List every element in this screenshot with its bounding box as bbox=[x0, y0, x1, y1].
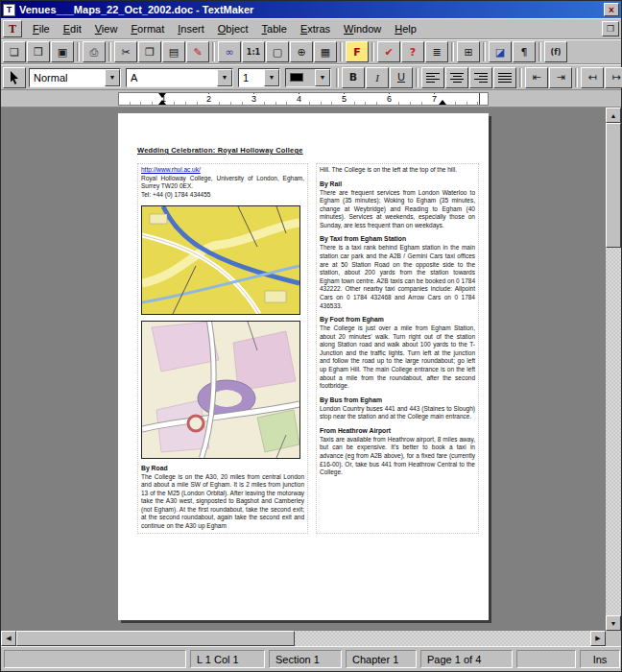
heathrow-heading: From Heathrow Airport bbox=[320, 427, 475, 434]
ruler-number: 2 bbox=[205, 94, 212, 105]
chevron-down-icon[interactable]: ▼ bbox=[105, 69, 120, 86]
menu-object[interactable]: Object bbox=[211, 20, 255, 37]
menu-help[interactable]: Help bbox=[388, 20, 423, 37]
chevron-down-icon[interactable]: ▼ bbox=[264, 69, 279, 86]
font-size-select[interactable]: 1 ▼ bbox=[238, 68, 280, 87]
window-title: Venues___Maps_22_Oct_2002.doc - TextMake… bbox=[19, 4, 600, 15]
spell-check-button[interactable]: ✔ bbox=[377, 41, 400, 62]
toolbar-separator bbox=[371, 42, 374, 61]
scroll-right-arrow[interactable]: ▶ bbox=[590, 631, 606, 646]
status-cursor-position: L 1 Col 1 bbox=[190, 650, 265, 668]
menu-insert[interactable]: Insert bbox=[171, 20, 211, 37]
menu-table[interactable]: Table bbox=[255, 20, 294, 37]
save-button[interactable]: ▣ bbox=[51, 41, 74, 62]
chevron-down-icon[interactable]: ▼ bbox=[217, 69, 232, 86]
italic-button[interactable]: I bbox=[366, 67, 389, 88]
status-chapter: Chapter 1 bbox=[346, 650, 417, 668]
status-bar: L 1 Col 1 Section 1 Chapter 1 Page 1 of … bbox=[1, 646, 621, 671]
underline-button[interactable]: U bbox=[390, 67, 413, 88]
ruler-number: 6 bbox=[386, 94, 393, 105]
close-button[interactable]: × bbox=[604, 3, 619, 16]
horizontal-scrollbar[interactable]: ◀ ▶ bbox=[1, 631, 621, 646]
format-paintbrush-button[interactable]: ✎ bbox=[186, 41, 209, 62]
fields-button[interactable]: F bbox=[346, 41, 369, 62]
continuation-text: Hill. The College is on the left at the … bbox=[320, 166, 475, 175]
title-bar[interactable]: T Venues___Maps_22_Oct_2002.doc - TextMa… bbox=[1, 1, 621, 18]
right-indent-marker[interactable] bbox=[439, 100, 446, 105]
vertical-scroll-track[interactable] bbox=[606, 123, 621, 615]
thesaurus-button[interactable]: ≣ bbox=[425, 41, 448, 62]
find-button[interactable]: ∞ bbox=[218, 41, 241, 62]
indent-increase-button[interactable]: ⇥ bbox=[549, 67, 572, 88]
toolbar-separator bbox=[483, 42, 486, 61]
indent-decrease-button[interactable]: ⇤ bbox=[525, 67, 548, 88]
tab-right-button[interactable]: ↦ bbox=[605, 67, 622, 88]
menu-edit[interactable]: Edit bbox=[57, 20, 88, 37]
pointer-tool-button[interactable] bbox=[3, 67, 26, 88]
road-map-graphic bbox=[142, 206, 299, 314]
spell-help-button[interactable]: ? bbox=[401, 41, 424, 62]
ruler-number: 7 bbox=[431, 94, 438, 105]
horizontal-ruler[interactable]: 1 2 3 4 5 6 7 bbox=[118, 92, 489, 106]
horizontal-scroll-thumb[interactable] bbox=[16, 631, 295, 646]
tab-left-button[interactable]: ↤ bbox=[581, 67, 604, 88]
website-link[interactable]: http://www.rhul.ac.uk/ bbox=[141, 166, 304, 175]
road-map-image[interactable] bbox=[141, 205, 300, 315]
print-button[interactable]: ⎙ bbox=[83, 41, 106, 62]
campus-map-image[interactable] bbox=[141, 321, 300, 459]
left-indent-marker[interactable] bbox=[158, 100, 166, 105]
scroll-up-arrow[interactable]: ▲ bbox=[606, 108, 621, 123]
chevron-down-icon[interactable]: ▼ bbox=[315, 69, 330, 86]
by-rail-text: There are frequent services from London … bbox=[320, 189, 475, 230]
menu-extras[interactable]: Extras bbox=[294, 20, 337, 37]
align-center-button[interactable] bbox=[445, 67, 468, 88]
heathrow-text: Taxis are available from Heathrow airpor… bbox=[320, 436, 475, 477]
menu-format[interactable]: Format bbox=[124, 20, 171, 37]
ruler-number: 4 bbox=[296, 94, 302, 105]
page-view-button[interactable]: ▢ bbox=[266, 41, 289, 62]
align-left-button[interactable] bbox=[421, 67, 444, 88]
paragraph-style-select[interactable]: Normal ▼ bbox=[29, 68, 121, 87]
ruler-row: 1 2 3 4 5 6 7 bbox=[1, 90, 621, 108]
font-value: A bbox=[127, 72, 217, 84]
vertical-scroll-thumb[interactable] bbox=[606, 123, 621, 248]
paragraph-style-value: Normal bbox=[30, 72, 105, 84]
document-restore-button[interactable]: ❐ bbox=[602, 21, 619, 36]
menu-view[interactable]: View bbox=[88, 20, 125, 37]
zoom-100-button[interactable]: 1:1 bbox=[242, 41, 265, 62]
app-menu-button[interactable]: T bbox=[3, 20, 22, 37]
magnifier-button[interactable]: ⊕ bbox=[290, 41, 313, 62]
address-text: Royal Holloway College, University of Lo… bbox=[141, 175, 304, 191]
align-right-button[interactable] bbox=[469, 67, 492, 88]
menu-file[interactable]: File bbox=[26, 20, 57, 37]
cut-button[interactable]: ✂ bbox=[114, 41, 137, 62]
bold-button[interactable]: B bbox=[342, 67, 365, 88]
ruler-number: 5 bbox=[341, 94, 347, 105]
document-heading: Wedding Celebration: Royal Holloway Coll… bbox=[137, 146, 479, 155]
by-road-text: The College is on the A30, 20 miles from… bbox=[141, 473, 304, 531]
vertical-scrollbar[interactable]: ▲ ▼ bbox=[606, 108, 621, 631]
scroll-left-arrow[interactable]: ◀ bbox=[1, 631, 16, 646]
open-folder-button[interactable]: ❒ bbox=[27, 41, 50, 62]
paste-button[interactable]: ▤ bbox=[162, 41, 185, 62]
document-area[interactable]: Wedding Celebration: Royal Holloway Coll… bbox=[1, 108, 606, 631]
align-justify-button[interactable] bbox=[493, 67, 516, 88]
font-color-select[interactable]: ▼ bbox=[285, 68, 331, 87]
by-taxi-text: There is a taxi rank behind Egham statio… bbox=[320, 244, 475, 310]
new-document-button[interactable]: ❏ bbox=[3, 41, 26, 62]
grid-button[interactable]: ▦ bbox=[314, 41, 337, 62]
insert-formula-button[interactable]: (f) bbox=[544, 41, 567, 62]
insert-table-button[interactable]: ⊞ bbox=[457, 41, 480, 62]
telephone-text: Tel: +44 (0) 1784 434455 bbox=[141, 191, 304, 200]
toolbar-separator bbox=[575, 68, 578, 87]
menu-window[interactable]: Window bbox=[337, 20, 388, 37]
paragraph-marks-button[interactable]: ¶ bbox=[513, 41, 536, 62]
copy-button[interactable]: ❐ bbox=[138, 41, 161, 62]
scroll-down-arrow[interactable]: ▼ bbox=[606, 615, 621, 631]
font-select[interactable]: A ▼ bbox=[126, 68, 233, 87]
insert-chart-button[interactable]: ◪ bbox=[489, 41, 512, 62]
format-toolbar: Normal ▼ A ▼ 1 ▼ ▼ B I U ⇤ ⇥ ↤ ↦ bbox=[1, 64, 621, 90]
horizontal-scroll-track[interactable] bbox=[16, 631, 590, 646]
first-line-indent-marker[interactable] bbox=[158, 93, 166, 98]
document-page[interactable]: Wedding Celebration: Royal Holloway Coll… bbox=[118, 113, 489, 620]
